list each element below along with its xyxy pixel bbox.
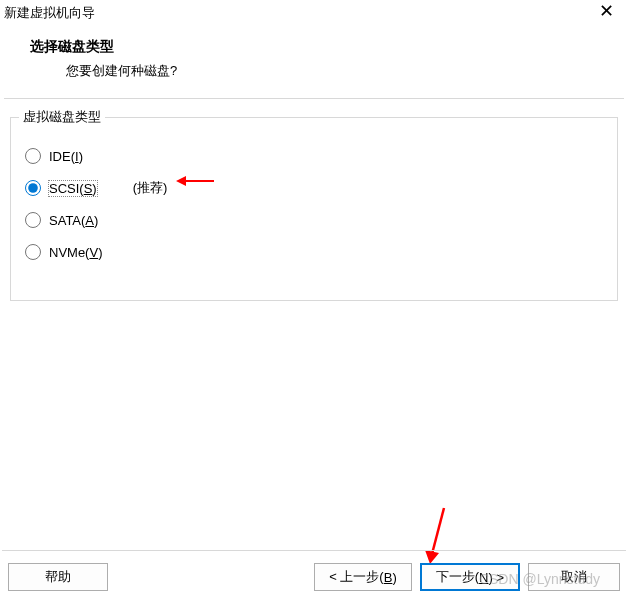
header-separator — [4, 98, 624, 99]
radio-label-nvme[interactable]: NVMe(V) — [49, 245, 102, 260]
radio-label-sata[interactable]: SATA(A) — [49, 213, 98, 228]
radio-option-sata[interactable]: SATA(A) — [25, 208, 603, 232]
radio-ide[interactable] — [25, 148, 41, 164]
group-label: 虚拟磁盘类型 — [19, 108, 105, 126]
help-button[interactable]: 帮助 — [8, 563, 108, 591]
radio-option-nvme[interactable]: NVMe(V) — [25, 240, 603, 264]
annotation-arrow-icon — [418, 506, 458, 566]
radio-label-ide[interactable]: IDE(I) — [49, 149, 83, 164]
svg-line-2 — [432, 508, 444, 554]
close-icon[interactable]: ✕ — [593, 4, 620, 18]
radio-option-scsi[interactable]: SCSI(S) (推荐) — [25, 176, 603, 200]
wizard-header: 选择磁盘类型 您要创建何种磁盘? — [0, 24, 628, 90]
radio-nvme[interactable] — [25, 244, 41, 260]
cancel-button[interactable]: 取消 — [528, 563, 620, 591]
disk-type-group: 虚拟磁盘类型 IDE(I) SCSI(S) (推荐) SATA(A) NVMe(… — [10, 117, 618, 301]
window-title: 新建虚拟机向导 — [4, 4, 95, 22]
page-title: 选择磁盘类型 — [30, 38, 620, 56]
page-subtitle: 您要创建何种磁盘? — [30, 56, 620, 80]
radio-label-scsi[interactable]: SCSI(S) — [49, 181, 97, 196]
radio-sata[interactable] — [25, 212, 41, 228]
next-button[interactable]: 下一步(N) > — [420, 563, 520, 591]
back-button[interactable]: < 上一步(B) — [314, 563, 412, 591]
recommended-label: (推荐) — [133, 179, 168, 197]
radio-scsi[interactable] — [25, 180, 41, 196]
radio-option-ide[interactable]: IDE(I) — [25, 144, 603, 168]
footer-separator — [2, 550, 626, 551]
footer-bar: 帮助 < 上一步(B) 下一步(N) > 取消 — [0, 563, 628, 591]
svg-marker-3 — [425, 550, 439, 564]
